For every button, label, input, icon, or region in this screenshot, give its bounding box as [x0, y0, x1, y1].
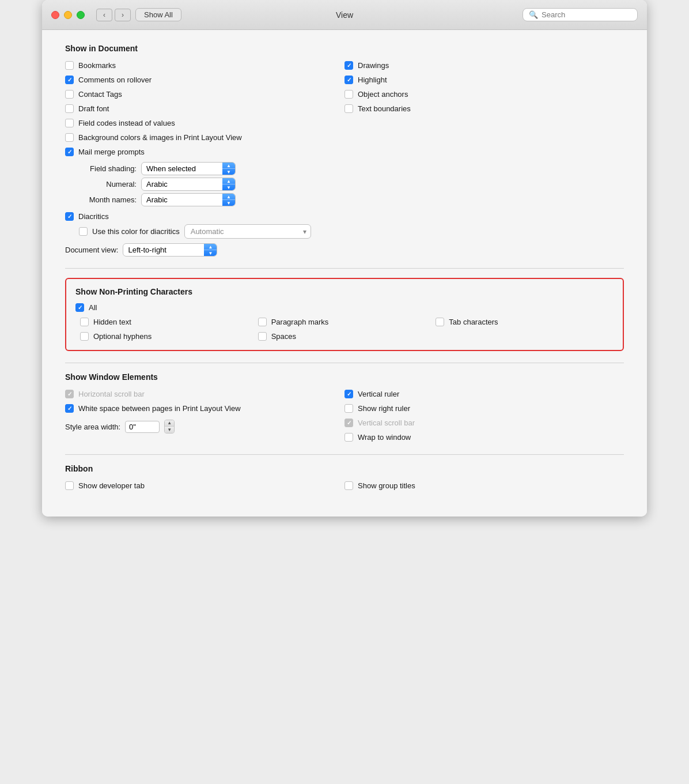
developer-tab-checkbox[interactable]	[65, 481, 74, 490]
list-item: All	[75, 302, 614, 313]
text-boundaries-label: Text boundaries	[358, 104, 411, 113]
month-names-select-wrapper: Arabic Hindi Context System ▲ ▼	[141, 193, 236, 206]
list-item: Text boundaries	[344, 103, 624, 114]
numeral-select-wrapper: Arabic Hindi Context System ▲ ▼	[141, 178, 236, 191]
hidden-text-label: Hidden text	[93, 318, 131, 326]
numeral-up[interactable]: ▲	[222, 178, 235, 184]
forward-button[interactable]: ›	[115, 9, 131, 21]
list-item: Show developer tab	[65, 480, 344, 491]
numeral-row: Numeral: Arabic Hindi Context System ▲ ▼	[65, 178, 624, 191]
all-checkbox[interactable]	[75, 303, 84, 312]
style-area-up[interactable]: ▲	[165, 420, 174, 427]
ribbon-title: Ribbon	[65, 464, 624, 473]
draft-font-checkbox[interactable]	[65, 104, 74, 113]
diacritics-color-dropdown-wrapper: Automatic	[184, 224, 311, 239]
object-anchors-checkbox[interactable]	[344, 90, 353, 99]
search-box: 🔍	[523, 8, 638, 21]
comments-rollover-label: Comments on rollover	[78, 76, 152, 84]
field-shading-label: Field shading:	[79, 164, 137, 173]
highlight-label: Highlight	[358, 76, 387, 84]
diacritics-color-checkbox[interactable]	[79, 227, 88, 236]
text-boundaries-checkbox[interactable]	[344, 104, 353, 113]
show-right-ruler-checkbox[interactable]	[344, 404, 353, 413]
mail-merge-label: Mail merge prompts	[78, 148, 145, 156]
wrap-to-window-checkbox[interactable]	[344, 433, 353, 442]
wrap-to-window-label: Wrap to window	[358, 433, 411, 442]
vertical-ruler-checkbox[interactable]	[344, 390, 353, 398]
list-item: Field codes instead of values	[65, 118, 344, 129]
vertical-scroll-label: Vertical scroll bar	[358, 419, 415, 427]
list-item: Hidden text	[80, 316, 258, 327]
divider-2	[65, 363, 624, 363]
month-names-select[interactable]: Arabic Hindi Context System	[142, 194, 222, 206]
drawings-checkbox[interactable]	[344, 61, 353, 70]
show-non-printing-title: Show Non-Printing Characters	[75, 287, 614, 296]
list-item: Show right ruler	[344, 403, 624, 414]
list-item: Diacritics	[65, 211, 624, 222]
tab-characters-checkbox[interactable]	[436, 318, 444, 326]
list-item: Horizontal scroll bar	[65, 389, 344, 399]
bookmarks-label: Bookmarks	[78, 61, 116, 70]
non-printing-grid: Hidden text Paragraph marks Tab characte…	[75, 316, 614, 342]
diacritics-color-row: Use this color for diacritics Automatic	[65, 224, 624, 239]
white-space-checkbox[interactable]	[65, 404, 74, 413]
field-codes-checkbox[interactable]	[65, 119, 74, 127]
group-titles-label: Show group titles	[358, 481, 415, 490]
month-names-arrows: ▲ ▼	[222, 194, 235, 206]
ribbon-grid: Show developer tab Show group titles	[65, 480, 624, 491]
comments-rollover-checkbox[interactable]	[65, 76, 74, 84]
month-names-label: Month names:	[79, 195, 137, 204]
background-colors-checkbox[interactable]	[65, 133, 74, 142]
bookmarks-checkbox[interactable]	[65, 61, 74, 70]
back-button[interactable]: ‹	[96, 9, 112, 21]
list-item: White space between pages in Print Layou…	[65, 403, 344, 414]
search-input[interactable]	[542, 10, 631, 19]
style-area-row: Style area width: ▲ ▼	[65, 420, 344, 434]
hidden-text-checkbox[interactable]	[80, 318, 89, 326]
diacritics-checkbox[interactable]	[65, 212, 74, 221]
maximize-button[interactable]	[77, 11, 85, 19]
document-view-select-wrapper: Left-to-right Right-to-left ▲ ▼	[123, 243, 217, 257]
field-shading-down[interactable]: ▼	[222, 169, 235, 175]
field-shading-arrows: ▲ ▼	[222, 163, 235, 175]
document-view-down[interactable]: ▼	[204, 250, 217, 256]
show-all-button[interactable]: Show All	[135, 8, 181, 21]
field-shading-select-wrapper: When selected Always Never ▲ ▼	[141, 162, 236, 175]
style-area-stepper: ▲ ▼	[164, 420, 175, 434]
list-item: Tab characters	[436, 316, 614, 327]
field-shading-up[interactable]: ▲	[222, 163, 235, 169]
style-area-input[interactable]	[125, 421, 160, 433]
developer-tab-label: Show developer tab	[78, 481, 145, 490]
ribbon-right: Show group titles	[344, 480, 624, 491]
close-button[interactable]	[51, 11, 59, 19]
field-codes-label: Field codes instead of values	[78, 119, 175, 127]
spaces-checkbox[interactable]	[258, 332, 267, 341]
minimize-button[interactable]	[64, 11, 72, 19]
month-names-down[interactable]: ▼	[222, 200, 235, 206]
numeral-down[interactable]: ▼	[222, 184, 235, 190]
show-right-ruler-label: Show right ruler	[358, 404, 410, 413]
show-window-elements-section: Show Window Elements Horizontal scroll b…	[65, 372, 624, 443]
mail-merge-checkbox[interactable]	[65, 148, 74, 156]
month-names-up[interactable]: ▲	[222, 194, 235, 200]
group-titles-checkbox[interactable]	[344, 481, 353, 490]
list-item: Object anchors	[344, 89, 624, 100]
numeral-select[interactable]: Arabic Hindi Context System	[142, 178, 222, 190]
style-area-down[interactable]: ▼	[165, 427, 174, 433]
list-item: Drawings	[344, 60, 624, 71]
list-item: Vertical ruler	[344, 389, 624, 399]
diacritics-color-select[interactable]: Automatic	[184, 224, 311, 239]
optional-hyphens-checkbox[interactable]	[80, 332, 89, 341]
all-label: All	[89, 303, 97, 312]
document-view-select[interactable]: Left-to-right Right-to-left	[123, 244, 204, 256]
white-space-label: White space between pages in Print Layou…	[78, 404, 241, 413]
contact-tags-checkbox[interactable]	[65, 90, 74, 99]
document-view-row: Document view: Left-to-right Right-to-le…	[65, 243, 624, 257]
highlight-checkbox[interactable]	[344, 76, 353, 84]
document-view-up[interactable]: ▲	[204, 244, 217, 250]
divider-1	[65, 268, 624, 269]
month-names-row: Month names: Arabic Hindi Context System…	[65, 193, 624, 206]
field-shading-select[interactable]: When selected Always Never	[142, 163, 222, 175]
paragraph-marks-checkbox[interactable]	[258, 318, 267, 326]
contact-tags-label: Contact Tags	[78, 90, 122, 99]
